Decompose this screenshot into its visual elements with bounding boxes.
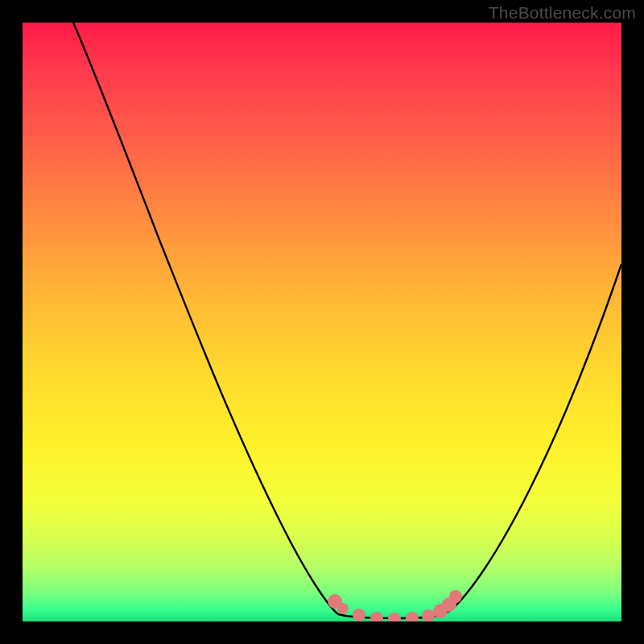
svg-point-5 (406, 612, 419, 621)
svg-point-9 (449, 590, 462, 603)
svg-point-4 (388, 613, 401, 621)
svg-point-2 (353, 609, 365, 621)
watermark-text: TheBottleneck.com (489, 3, 636, 23)
plot-area (23, 23, 621, 621)
svg-point-6 (422, 609, 435, 621)
svg-point-1 (337, 603, 349, 614)
svg-point-3 (370, 612, 383, 621)
curve-left-arm (73, 23, 338, 614)
chart-frame: TheBottleneck.com (0, 0, 644, 644)
curve-right-arm (451, 264, 621, 610)
curve-layer (23, 23, 621, 621)
